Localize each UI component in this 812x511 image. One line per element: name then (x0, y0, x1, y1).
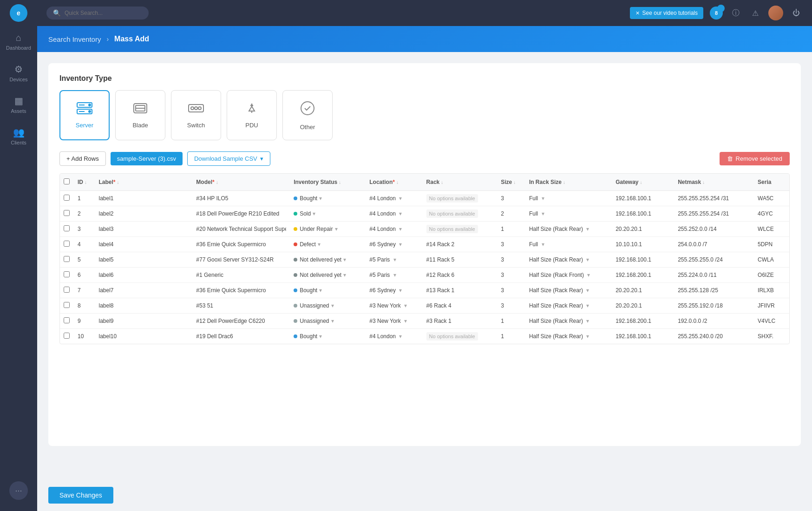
model-input[interactable] (196, 256, 286, 263)
status-caret[interactable]: ▾ (331, 302, 334, 309)
gateway-input[interactable] (616, 195, 657, 202)
location-caret[interactable]: ▾ (399, 210, 402, 217)
in-rack-size-caret[interactable]: ▾ (542, 195, 544, 202)
size-input[interactable] (501, 256, 515, 263)
model-input[interactable] (196, 287, 286, 294)
csv-file-button[interactable]: sample-Server (3).csv (111, 152, 183, 165)
th-rack[interactable]: Rack↓ (423, 174, 498, 191)
serial-input[interactable] (758, 226, 781, 232)
gateway-input[interactable] (616, 210, 657, 217)
in-rack-size-caret[interactable]: ▾ (542, 241, 544, 248)
size-input[interactable] (501, 226, 515, 232)
row-checkbox[interactable] (64, 271, 70, 277)
size-input[interactable] (501, 241, 515, 248)
row-checkbox[interactable] (64, 225, 70, 231)
th-model[interactable]: Model*↓ (192, 174, 290, 191)
location-caret[interactable]: ▾ (399, 226, 402, 232)
label-input[interactable] (99, 333, 189, 340)
location-caret[interactable]: ▾ (404, 302, 407, 309)
size-input[interactable] (501, 333, 515, 340)
th-size[interactable]: Size↓ (497, 174, 525, 191)
size-input[interactable] (501, 302, 515, 309)
save-changes-button[interactable]: Save Changes (48, 487, 113, 504)
sidebar-item-devices[interactable]: ⚙ Devices (0, 57, 37, 89)
type-card-server[interactable]: Server (59, 90, 110, 140)
serial-input[interactable] (758, 256, 781, 263)
serial-input[interactable] (758, 302, 781, 309)
serial-input[interactable] (758, 195, 781, 202)
location-caret[interactable]: ▾ (399, 241, 402, 248)
status-caret[interactable]: ▾ (335, 226, 338, 232)
size-input[interactable] (501, 318, 515, 324)
remove-selected-button[interactable]: 🗑 Remove selected (720, 152, 790, 165)
model-input[interactable] (196, 302, 286, 309)
status-caret[interactable]: ▾ (313, 210, 315, 217)
status-caret[interactable]: ▾ (319, 333, 322, 340)
gateway-input[interactable] (616, 333, 657, 340)
netmask-input[interactable] (678, 195, 733, 202)
size-input[interactable] (501, 210, 515, 217)
in-rack-size-caret[interactable]: ▾ (586, 256, 589, 263)
serial-input[interactable] (758, 287, 781, 294)
serial-input[interactable] (758, 318, 781, 324)
type-card-other[interactable]: Other (282, 90, 333, 140)
netmask-input[interactable] (678, 226, 733, 232)
search-input[interactable] (65, 10, 139, 16)
model-input[interactable] (196, 226, 286, 232)
serial-input[interactable] (758, 241, 781, 248)
row-checkbox[interactable] (64, 287, 70, 293)
size-input[interactable] (501, 287, 515, 294)
in-rack-size-caret[interactable]: ▾ (542, 210, 544, 217)
download-csv-button[interactable]: Download Sample CSV ▾ (187, 151, 270, 166)
th-netmask[interactable]: Netmask↓ (674, 174, 754, 191)
model-input[interactable] (196, 318, 286, 324)
in-rack-size-caret[interactable]: ▾ (586, 302, 589, 309)
location-caret[interactable]: ▾ (393, 256, 396, 263)
status-caret[interactable]: ▾ (331, 318, 334, 324)
power-button[interactable]: ⏻ (790, 7, 803, 20)
th-location[interactable]: Location*↓ (366, 174, 422, 191)
status-caret[interactable]: ▾ (319, 195, 322, 202)
status-caret[interactable]: ▾ (318, 241, 321, 248)
gateway-input[interactable] (616, 272, 657, 278)
status-caret[interactable]: ▾ (343, 256, 346, 263)
model-input[interactable] (196, 241, 286, 248)
in-rack-size-caret[interactable]: ▾ (586, 287, 589, 294)
in-rack-size-caret[interactable]: ▾ (587, 272, 590, 278)
in-rack-size-caret[interactable]: ▾ (586, 226, 589, 232)
row-checkbox[interactable] (64, 317, 70, 323)
serial-input[interactable] (758, 333, 781, 340)
th-gateway[interactable]: Gateway↓ (612, 174, 674, 191)
in-rack-size-caret[interactable]: ▾ (586, 318, 589, 324)
label-input[interactable] (99, 302, 189, 309)
th-status[interactable]: Inventory Status↓ (290, 174, 366, 191)
search-bar[interactable]: 🔍 (46, 7, 149, 20)
netmask-input[interactable] (678, 210, 733, 217)
label-input[interactable] (99, 210, 189, 217)
label-input[interactable] (99, 195, 189, 202)
select-all-checkbox[interactable] (64, 178, 70, 184)
th-in-rack-size[interactable]: In Rack Size↓ (525, 174, 612, 191)
gateway-input[interactable] (616, 241, 657, 248)
type-card-switch[interactable]: Switch (171, 90, 221, 140)
breadcrumb-parent[interactable]: Search Inventory (48, 35, 101, 43)
netmask-input[interactable] (678, 241, 733, 248)
model-input[interactable] (196, 195, 286, 202)
avatar[interactable] (768, 6, 783, 20)
label-input[interactable] (99, 318, 189, 324)
status-caret[interactable]: ▾ (319, 287, 322, 294)
alert-button[interactable]: ⚠ (749, 7, 762, 20)
model-input[interactable] (196, 333, 286, 340)
info-button[interactable]: ⓘ (729, 7, 742, 20)
location-caret[interactable]: ▾ (393, 272, 396, 278)
location-caret[interactable]: ▾ (399, 333, 402, 340)
row-checkbox[interactable] (64, 195, 70, 201)
th-label[interactable]: Label*↓ (95, 174, 193, 191)
row-checkbox[interactable] (64, 333, 70, 339)
size-input[interactable] (501, 195, 515, 202)
in-rack-size-caret[interactable]: ▾ (586, 333, 589, 340)
sidebar-item-assets[interactable]: ▦ Assets (0, 89, 37, 120)
gateway-input[interactable] (616, 226, 657, 232)
tutorial-button[interactable]: ✕ See our video tutorials (630, 7, 703, 19)
netmask-input[interactable] (678, 302, 733, 309)
